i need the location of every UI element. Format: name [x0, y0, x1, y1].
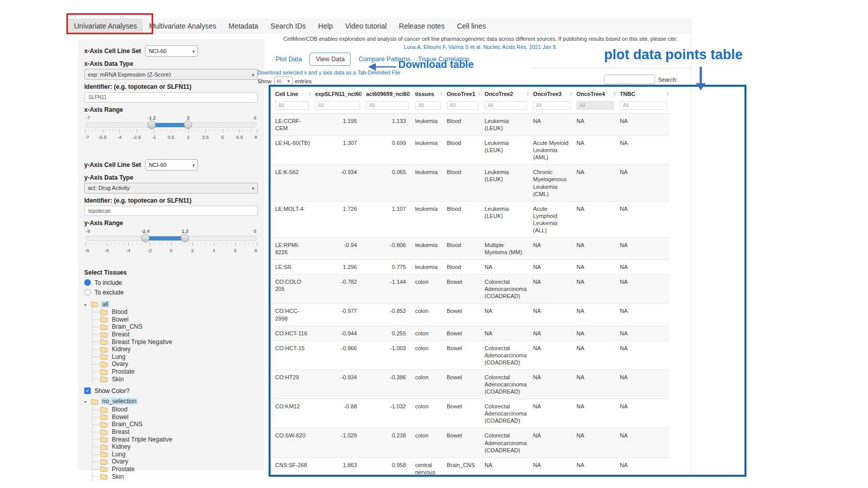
radio-option-to-include[interactable]: To include	[84, 278, 258, 287]
sort-icons[interactable]	[478, 91, 481, 96]
tree-expander-icon[interactable]	[84, 398, 89, 405]
tree-item-lung[interactable]: Lung	[100, 451, 258, 458]
table-search-input[interactable]	[604, 75, 655, 84]
tree-item-bowel[interactable]: Bowel	[100, 413, 258, 421]
table-row[interactable]: LE:HL-60(TB)1.3070.699leukemiaBloodLeuke…	[272, 136, 670, 165]
slider-handle-to[interactable]	[184, 120, 192, 129]
filter-input-tnbc[interactable]	[620, 101, 667, 110]
filter-input-oncotree3[interactable]	[533, 101, 570, 110]
filter-input-expslfn11-nci60[interactable]	[315, 101, 360, 110]
nav-item-multivariate-analyses[interactable]: Multivariate Analyses	[143, 18, 223, 34]
tree-item-blood[interactable]: Blood	[100, 308, 258, 316]
tree-item-lung[interactable]: Lung	[100, 353, 258, 361]
table-row[interactable]: CNS:SF-2681.8630.958central nervous syst…	[272, 457, 670, 477]
x-axis-data-type-select[interactable]: exp: mRNA Expression (Z-Score)	[84, 69, 258, 80]
sort-icons[interactable]	[308, 91, 311, 96]
download-data-link[interactable]: Download selected x and y axis data as a…	[257, 69, 400, 76]
tree-item-ovary[interactable]: Ovary	[100, 458, 258, 466]
nav-item-video-tutorial[interactable]: Video tutorial	[339, 18, 393, 34]
tab-view-data[interactable]: View Data	[309, 53, 351, 66]
sort-icons[interactable]	[440, 91, 443, 96]
tree-item-prostate[interactable]: Prostate	[100, 466, 258, 473]
nav-item-search-ids[interactable]: Search IDs	[264, 18, 312, 34]
data-cell: NA	[617, 340, 670, 370]
col-header-oncotree4[interactable]: OncoTree4	[573, 87, 617, 100]
tree-item-ovary[interactable]: Ovary	[100, 360, 258, 368]
sort-icons[interactable]	[570, 91, 573, 96]
table-row[interactable]: LE:SR1.2960.775leukemiaBloodNANANANA	[272, 260, 670, 275]
tree-item-kidney[interactable]: Kidney	[100, 443, 258, 451]
nav-item-univariate-analyses[interactable]: Univariate Analyses	[68, 18, 143, 34]
tree-root-all[interactable]: all	[84, 300, 258, 308]
table-row[interactable]: CO:HCT-15-0.966-1.003colonBowelColorecta…	[272, 340, 670, 370]
table-row[interactable]: CO:HCT-116-0.9440.255colonBowelNANANANA	[272, 326, 670, 340]
tree-item-bowel[interactable]: Bowel	[100, 316, 258, 324]
col-header-act609699-nci60[interactable]: act609699_nci60	[363, 87, 412, 100]
nav-item-help[interactable]: Help	[312, 18, 339, 34]
show-color-row[interactable]: Show Color?	[84, 387, 258, 395]
slider-track[interactable]	[85, 123, 257, 128]
col-header-tissues[interactable]: tissues	[412, 87, 444, 100]
col-header-tnbc[interactable]: TNBC	[617, 87, 670, 100]
filter-input-oncotree2[interactable]	[485, 101, 527, 110]
data-cell: Leukemia (LEUK)	[481, 136, 530, 165]
tree-item-breast-triple-negative[interactable]: Breast Triple Negative	[100, 435, 258, 443]
tree-item-breast[interactable]: Breast	[100, 428, 258, 436]
slider-handle-from[interactable]	[148, 120, 156, 129]
table-row[interactable]: CO:HCC-2998-0.977-0.853colonBowelNANANAN…	[272, 304, 670, 326]
tree-item-skin[interactable]: Skin	[100, 473, 258, 480]
col-header-oncotree1[interactable]: OncoTree1	[444, 87, 481, 100]
filter-input-cell-line[interactable]	[275, 101, 309, 110]
table-row[interactable]: CO:SW-620-1.0290.238colonBowelColorectal…	[272, 428, 670, 457]
slider-track[interactable]	[85, 236, 257, 241]
col-header-oncotree3[interactable]: OncoTree3	[530, 87, 573, 100]
y-axis-range-slider[interactable]: -88-2.41.3-8-6-4-202468	[85, 228, 257, 254]
radio-option-to-exclude[interactable]: To exclude	[84, 287, 258, 297]
x-axis-range-slider[interactable]: -78-1.22-7-5.5-4-2.5-10.523.556.58	[85, 115, 257, 141]
radio-unselected-icon[interactable]	[84, 289, 91, 296]
sort-icons[interactable]	[666, 91, 669, 96]
x-axis-identifier-input[interactable]	[84, 92, 258, 103]
nav-item-metadata[interactable]: Metadata	[222, 18, 264, 34]
nav-item-release-notes[interactable]: Release notes	[393, 18, 451, 34]
sort-icons[interactable]	[408, 91, 412, 96]
table-row[interactable]: LE:RPMI-8226-0.94-0.806leukemiaBloodMult…	[272, 238, 670, 260]
x-axis-cell-line-set-select[interactable]: NCI-60	[145, 45, 198, 57]
col-header-expslfn11-nci60[interactable]: expSLFN11_nci60	[312, 87, 363, 100]
table-row[interactable]: LE:CCRF-CEM1.1951.133leukemiaBloodLeukem…	[272, 114, 670, 136]
table-row[interactable]: LE:K-562-0.9340.065leukemiaBloodLeukemia…	[272, 165, 670, 201]
tree-item-kidney[interactable]: Kidney	[100, 346, 258, 353]
tree-item-breast[interactable]: Breast	[100, 331, 258, 338]
col-header-oncotree2[interactable]: OncoTree2	[481, 87, 530, 100]
tree-root-no-selection[interactable]: no_selection	[84, 397, 258, 406]
table-row[interactable]: LE:MOLT-41.7261.107leukemiaBloodLeukemia…	[272, 201, 670, 237]
tree-item-brain-cns[interactable]: Brain_CNS	[100, 421, 258, 428]
tree-item-breast-triple-negative[interactable]: Breast Triple Negative	[100, 338, 258, 346]
y-axis-identifier-input[interactable]	[84, 206, 258, 216]
table-row[interactable]: CO:COLO 205-0.782-1.144colonBowelColorec…	[272, 275, 670, 304]
tree-item-brain-cns[interactable]: Brain_CNS	[100, 323, 258, 331]
y-axis-cell-line-set-select[interactable]: NCI-60	[145, 159, 198, 170]
filter-input-oncotree1[interactable]	[447, 101, 478, 110]
table-row[interactable]: CO:KM12-0.88-1.032colonBowelColorectal A…	[272, 399, 670, 428]
sort-icons[interactable]	[359, 91, 363, 96]
filter-input-tissues[interactable]	[415, 101, 441, 110]
table-row[interactable]: CO:HT29-0.934-0.386colonBowelColorectal …	[272, 370, 670, 399]
tree-item-prostate[interactable]: Prostate	[100, 368, 258, 376]
filter-input-oncotree4[interactable]	[576, 101, 614, 110]
col-header-cell-line[interactable]: Cell Line	[272, 87, 312, 100]
tree-item-label: Bowel	[110, 316, 130, 323]
tab-plot-data[interactable]: Plot Data	[276, 56, 302, 63]
sort-icons[interactable]	[613, 91, 616, 96]
show-color-checkbox[interactable]	[84, 387, 91, 394]
y-axis-data-type-select[interactable]: act: Drug Activity	[84, 183, 258, 193]
slider-handle-to[interactable]	[181, 234, 189, 242]
nav-item-cell-lines[interactable]: Cell lines	[451, 18, 492, 34]
slider-handle-from[interactable]	[141, 234, 150, 242]
radio-selected-icon[interactable]	[84, 279, 91, 286]
tree-expander-icon[interactable]	[84, 301, 89, 308]
sort-icons[interactable]	[526, 91, 529, 96]
filter-input-act609699-nci60[interactable]	[366, 101, 409, 110]
tree-item-skin[interactable]: Skin	[100, 375, 258, 383]
tree-item-blood[interactable]: Blood	[100, 406, 258, 413]
